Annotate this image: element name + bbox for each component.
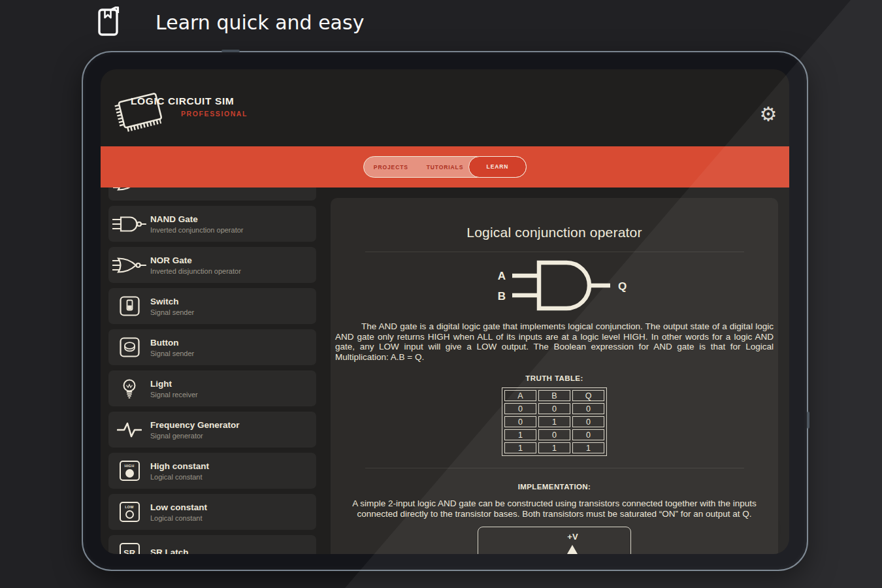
- list-item-high-constant[interactable]: HIGH High constant Logical constant: [108, 453, 316, 489]
- table-row: 0 0 0: [504, 403, 604, 414]
- table-cell: 1: [538, 416, 570, 427]
- table-cell: 1: [504, 442, 536, 453]
- table-cell: 0: [572, 429, 604, 440]
- app-logo-subtitle: PROFESSIONAL: [181, 110, 248, 118]
- item-title: Frequency Generator: [150, 420, 240, 430]
- item-title: Switch: [150, 297, 194, 306]
- list-item-low-constant[interactable]: LOW Low constant Logical constant: [108, 494, 316, 530]
- table-row: 0 1 0: [504, 416, 604, 427]
- list-item-nand-gate[interactable]: NAND Gate Inverted conjunction operator: [108, 206, 316, 242]
- gate-description: The AND gate is a digital logic gate tha…: [335, 321, 774, 362]
- sr-latch-icon: SR: [108, 543, 150, 554]
- list-item-switch[interactable]: Switch Signal sender: [108, 288, 316, 324]
- nand-gate-icon: [108, 215, 150, 233]
- list-item-nor-gate[interactable]: NOR Gate Inverted disjunction operator: [108, 247, 316, 283]
- item-title: High constant: [150, 461, 209, 471]
- item-subtitle: Inverted conjunction operator: [150, 226, 243, 234]
- nav-tab-group: PROJECTS TUTORIALS LEARN: [363, 156, 527, 178]
- icon-label: SR: [123, 548, 135, 554]
- item-subtitle: Signal sender: [150, 350, 194, 357]
- frequency-generator-icon: [108, 421, 150, 438]
- gate-output-q-label: Q: [618, 280, 627, 293]
- nor-gate-icon: [108, 256, 150, 274]
- high-constant-icon: HIGH: [108, 461, 150, 481]
- table-row: 1 1 1: [504, 442, 604, 453]
- gate-input-a-label: A: [497, 270, 505, 282]
- implementation-circuit-box: +V: [478, 527, 631, 554]
- item-subtitle: Inverted disjunction operator: [150, 267, 241, 275]
- tablet-side-button: [807, 412, 809, 429]
- item-title: Low constant: [150, 502, 207, 512]
- nav-bar: PROJECTS TUTORIALS LEARN: [101, 146, 789, 188]
- tab-tutorials[interactable]: TUTORIALS: [418, 157, 472, 177]
- table-row: 1 0 0: [504, 429, 604, 440]
- divider: [365, 468, 744, 468]
- table-cell: 1: [572, 442, 604, 453]
- implementation-heading: IMPLEMENTATION:: [331, 483, 778, 491]
- table-cell: 0: [538, 429, 570, 440]
- table-header-cell: B: [538, 390, 570, 401]
- table-cell: 0: [572, 403, 604, 414]
- item-title: Light: [150, 379, 198, 389]
- table-header-cell: A: [504, 390, 536, 401]
- list-item-sr-latch[interactable]: SR SR Latch: [108, 535, 316, 554]
- table-cell: 0: [572, 416, 604, 427]
- tab-learn[interactable]: LEARN: [468, 156, 527, 178]
- tablet-mockup: LOGIC CIRCUIT SIM PROFESSIONAL ⚙ PROJECT…: [82, 51, 808, 571]
- table-header-cell: Q: [572, 390, 604, 401]
- learn-content-panel: Logical conjunction operator A B Q The A…: [331, 198, 778, 554]
- tablet-top-button: [221, 50, 240, 52]
- table-cell: 1: [538, 442, 570, 453]
- list-item-button[interactable]: Button Signal sender: [108, 329, 316, 365]
- page-title: Logical conjunction operator: [331, 225, 778, 240]
- table-cell: 0: [538, 403, 570, 414]
- item-title: SR Latch: [150, 547, 189, 555]
- table-cell: 0: [504, 416, 536, 427]
- icon-label: LOW: [125, 505, 134, 509]
- tab-projects[interactable]: PROJECTS: [364, 157, 418, 177]
- gate-input-b-label: B: [497, 290, 505, 302]
- app-logo-title: LOGIC CIRCUIT SIM: [131, 95, 234, 107]
- supply-voltage-label: +V: [567, 532, 578, 542]
- item-subtitle: Logical constant: [150, 473, 209, 481]
- item-subtitle: Logical constant: [150, 514, 207, 522]
- table-cell: 1: [504, 429, 536, 440]
- item-title: NOR Gate: [150, 255, 241, 265]
- list-item-light[interactable]: Light Signal receiver: [108, 370, 316, 406]
- low-constant-icon: LOW: [108, 502, 150, 522]
- truth-table-heading: TRUTH TABLE:: [331, 374, 778, 382]
- and-gate-figure: A B Q: [331, 257, 778, 318]
- settings-button[interactable]: ⚙: [755, 101, 781, 127]
- implementation-text: A simple 2-input logic AND gate can be c…: [344, 498, 765, 519]
- sidebar-gate-list[interactable]: Logical disjunction operator NAND Gate I…: [108, 165, 316, 554]
- up-arrow-icon: [566, 545, 578, 554]
- light-bulb-icon: [108, 378, 150, 399]
- item-title: NAND Gate: [150, 214, 243, 224]
- item-subtitle: Signal receiver: [150, 391, 198, 399]
- list-item-frequency-generator[interactable]: Frequency Generator Signal generator: [108, 412, 316, 448]
- button-icon: [108, 337, 150, 357]
- divider: [365, 252, 744, 252]
- gear-icon: ⚙: [760, 103, 777, 125]
- promo-title: Learn quick and easy: [155, 11, 364, 34]
- item-subtitle: Signal generator: [150, 432, 240, 440]
- promo-header: Learn quick and easy: [95, 7, 364, 38]
- item-title: Button: [150, 338, 194, 348]
- app-screen: LOGIC CIRCUIT SIM PROFESSIONAL ⚙ PROJECT…: [101, 69, 789, 554]
- table-cell: 0: [504, 403, 536, 414]
- switch-icon: [108, 296, 150, 316]
- icon-label: HIGH: [125, 464, 135, 468]
- truth-table: A B Q 0 0 0 0 1 0 1: [502, 387, 607, 456]
- promo-canvas: Learn quick and easy LOGIC CIRCUIT SIM P…: [0, 0, 882, 588]
- table-row: A B Q: [504, 390, 604, 401]
- book-icon: [95, 7, 122, 38]
- item-subtitle: Signal sender: [150, 308, 194, 316]
